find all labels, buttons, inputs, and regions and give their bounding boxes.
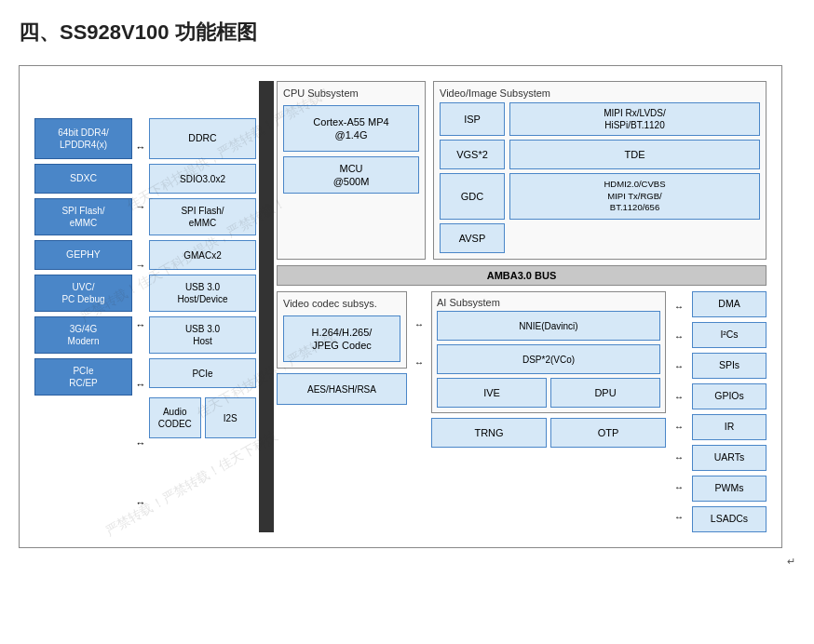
ai-subsystem-title: AI Subsystem (437, 297, 660, 308)
codec-col: Video codec subsys. H.264/H.265/JPEG Cod… (277, 291, 407, 405)
sdxc-box: SDXC (34, 164, 132, 194)
video-row-3: GDC HDMI2.0/CVBSMIPI Tx/RGB/BT.1120/656 (440, 173, 760, 220)
spis-box: SPIs (692, 353, 767, 379)
diagram-container: 佳天下科技提供，严禁转载！严禁转载！ 严禁转载！佳天下科技提供，严禁转载！ 佳天… (19, 65, 782, 548)
video-row-2: VGS*2 TDE (440, 140, 760, 169)
mipi-rx-box: MIPI Rx/LVDS/HiSPi/BT.1120 (509, 102, 760, 136)
video-row-1: ISP MIPI Rx/LVDS/HiSPi/BT.1120 (440, 102, 760, 136)
codec-box: H.264/H.265/JPEG Codec (283, 315, 400, 362)
dsp-box: DSP*2(VCo) (437, 344, 660, 374)
top-row: CPU Subsystem Cortex-A55 MP4@1.4G MCU@50… (277, 81, 767, 260)
ai-col: AI Subsystem NNIE(Davinci) DSP*2(VCo) IV… (431, 291, 666, 448)
gephy-box: GEPHY (34, 240, 132, 270)
video-codec-title: Video codec subsys. (283, 298, 400, 309)
codec-arrows: ↔ ↔ (413, 291, 426, 368)
pcie-mid-box: PCIe (149, 358, 256, 388)
sdio-box: SDIO3.0x2 (149, 164, 256, 194)
mcu-box: MCU@500M (283, 156, 419, 194)
right-peripherals: DMA I²Cs SPIs GPIOs IR UARTs PWMs LSADCs (692, 291, 767, 532)
left-arrows: ↔ → → ↔ ↔ ↔ ↔ (132, 118, 149, 532)
hdmi-box: HDMI2.0/CVBSMIPI Tx/RGB/BT.1120/656 (509, 173, 760, 220)
ddr4-box: 64bit DDR4/ LPDDR4(x) (34, 118, 132, 159)
security-row: TRNG OTP (431, 418, 666, 448)
gmac-box: GMACx2 (149, 240, 256, 270)
spi-flash-mid-box: SPI Flash/eMMC (149, 198, 256, 235)
dpu-box: DPU (550, 378, 660, 408)
ir-box: IR (692, 414, 767, 440)
aes-box: AES/HASH/RSA (277, 373, 407, 405)
right-arrows: ↔ ↔ ↔ ↔ ↔ ↔ ↔ ↔ (672, 291, 686, 532)
amba-row: AMBA3.0 BUS (277, 265, 767, 286)
ai-subsystem: AI Subsystem NNIE(Davinci) DSP*2(VCo) IV… (431, 291, 666, 413)
page-title: 四、SS928V100 功能框图 (19, 19, 795, 47)
cpu-subsystem-title: CPU Subsystem (283, 87, 419, 99)
i2s-box: I2S (205, 397, 257, 438)
bottom-row: Video codec subsys. H.264/H.265/JPEG Cod… (277, 291, 767, 532)
trng-box: TRNG (431, 418, 547, 448)
spi-flash-box: SPI Flash/eMMC (34, 198, 132, 235)
audio-box: AudioCODEC (149, 397, 201, 438)
i2cs-box: I²Cs (692, 322, 767, 348)
otp-box: OTP (550, 418, 666, 448)
3g4g-box: 3G/4GModern (34, 316, 132, 354)
mid-components: DDRC SDIO3.0x2 SPI Flash/eMMC GMACx2 USB… (149, 81, 256, 532)
vgs2-box: VGS*2 (440, 140, 505, 169)
usb30-host-box: USB 3.0Host (149, 316, 256, 354)
video-image-subsystem: Video/Image Subsystem ISP MIPI Rx/LVDS/H… (433, 81, 767, 260)
ive-dpu-row: IVE DPU (437, 378, 660, 408)
gpios-box: GPIOs (692, 383, 767, 409)
tde-box: TDE (509, 140, 760, 169)
uarts-box: UARTs (692, 445, 767, 471)
video-subsystem-title: Video/Image Subsystem (440, 87, 760, 99)
nnie-box: NNIE(Davinci) (437, 311, 660, 341)
right-section: CPU Subsystem Cortex-A55 MP4@1.4G MCU@50… (277, 81, 767, 532)
empty-space (509, 223, 760, 253)
ddrc-box: DDRC (149, 118, 256, 159)
lsadcs-box: LSADCs (692, 506, 767, 532)
cortex-box: Cortex-A55 MP4@1.4G (283, 105, 419, 152)
avsp-box: AVSP (440, 223, 505, 253)
main-diagram: 64bit DDR4/ LPDDR4(x) SDXC SPI Flash/eMM… (34, 81, 767, 532)
gdc-box: GDC (440, 173, 505, 220)
dma-box: DMA (692, 291, 767, 317)
pcie-rc-box: PCIeRC/EP (34, 358, 132, 396)
video-codec-subsystem: Video codec subsys. H.264/H.265/JPEG Cod… (277, 291, 407, 369)
video-row-4: AVSP (440, 223, 760, 253)
pwms-box: PWMs (692, 476, 767, 502)
usb30-hd-box: USB 3.0Host/Device (149, 275, 256, 312)
amba-bus: AMBA3.0 BUS (277, 265, 767, 286)
audio-row: AudioCODEC I2S (149, 397, 256, 438)
left-components: 64bit DDR4/ LPDDR4(x) SDXC SPI Flash/eMM… (34, 81, 132, 532)
uvc-box: UVC/PC Debug (34, 275, 132, 312)
ive-box: IVE (437, 378, 547, 408)
ai-items: NNIE(Davinci) DSP*2(VCo) IVE DPU (437, 311, 660, 408)
bus-bar (259, 81, 274, 532)
isp-box: ISP (440, 102, 505, 136)
cpu-subsystem: CPU Subsystem Cortex-A55 MP4@1.4G MCU@50… (277, 81, 426, 260)
bottom-note: ↵ (19, 556, 795, 568)
